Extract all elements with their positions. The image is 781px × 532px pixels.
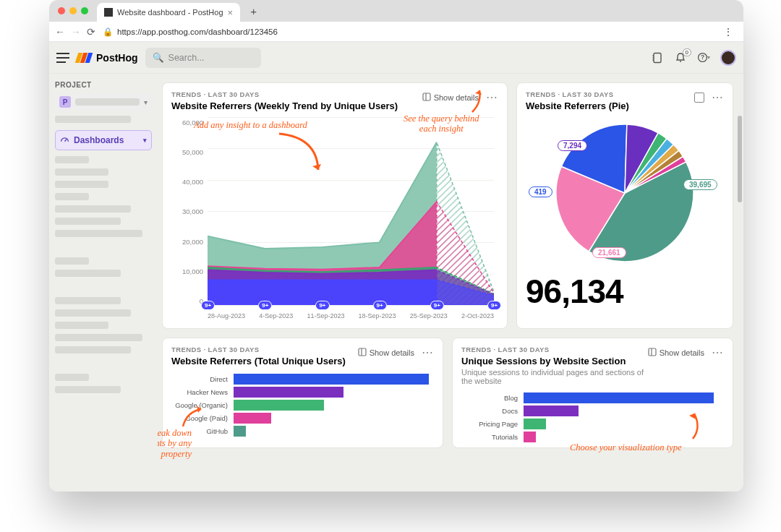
sidebar-item[interactable] [55, 346, 131, 353]
search-input[interactable]: 🔍 Search... [145, 48, 261, 68]
chevron-down-icon: ▾ [144, 98, 148, 106]
sidebar-expand-icon [358, 348, 367, 358]
pie-chart[interactable]: 39,69521,6614197,294 [526, 117, 724, 269]
show-details-label: Show details [434, 93, 479, 102]
tab-title: Website dashboard - PostHog [117, 8, 223, 17]
bar-chart[interactable]: DirectHacker NewsGoogle (Organic)Google … [171, 374, 434, 437]
sidebar-item-dashboards[interactable]: Dashboards ▾ [55, 130, 152, 150]
new-tab-icon[interactable]: + [250, 5, 257, 17]
search-icon: 🔍 [153, 52, 164, 63]
project-selector[interactable]: P ▾ [55, 93, 152, 111]
card-title: Unique Sessions by Website Section [461, 356, 648, 366]
notebook-icon[interactable] [651, 51, 664, 64]
sidebar-item[interactable] [55, 156, 89, 163]
project-badge: P [59, 96, 71, 108]
gauge-icon [60, 134, 69, 146]
more-icon[interactable]: ⋯ [712, 346, 724, 359]
sidebar-item[interactable] [55, 257, 89, 265]
sidebar-item[interactable] [55, 322, 108, 329]
sidebar-item[interactable] [55, 334, 142, 341]
card-title: Website Referrers (Weekly Trend by Uniqu… [171, 100, 422, 111]
card-crumb: TRENDS · LAST 30 DAYS [171, 90, 422, 98]
brand-logo-icon [77, 53, 92, 63]
lock-icon: 🔒 [103, 27, 113, 37]
sidebar-item[interactable] [55, 297, 121, 304]
sidebar-item[interactable] [55, 193, 89, 200]
sidebar-expand-icon [422, 93, 431, 103]
chevron-down-icon: ▾ [143, 137, 147, 144]
sidebar: PROJECT P ▾ Dashboards ▾ [49, 74, 158, 492]
sidebar-item[interactable] [55, 374, 89, 381]
tab-close-icon[interactable]: × [228, 7, 234, 18]
sidebar-item-label: Dashboards [74, 135, 124, 145]
card-crumb: TRENDS · LAST 30 DAYS [171, 346, 358, 353]
url-text: https://app.posthog.com/dashboard/123456 [117, 27, 278, 36]
card-subtitle: Unique sessions to individual pages and … [461, 368, 648, 385]
sidebar-item[interactable] [55, 116, 131, 123]
browser-tab[interactable]: Website dashboard - PostHog × [97, 3, 240, 22]
card-crumb: TRENDS · LAST 30 DAYS [526, 90, 694, 98]
svg-text:?: ? [701, 53, 704, 61]
help-icon[interactable]: ? ▾ [697, 51, 710, 64]
scrollbar-thumb[interactable] [738, 116, 742, 202]
close-window-icon[interactable] [58, 7, 65, 14]
sidebar-item[interactable] [55, 270, 121, 277]
card-title: Website Referrers (Pie) [526, 100, 694, 111]
brand-name: PostHog [96, 52, 138, 64]
svg-rect-0 [104, 8, 113, 17]
show-details-label: Show details [660, 348, 704, 357]
card-crumb: TRENDS · LAST 30 DAYS [461, 346, 648, 353]
sidebar-item[interactable] [55, 181, 108, 188]
browser-menu-icon[interactable]: ⋮ [723, 26, 738, 38]
maximize-window-icon[interactable] [81, 7, 88, 14]
browser-chrome: Website dashboard - PostHog × + ← → ⟳ 🔒 … [49, 0, 743, 42]
more-icon[interactable]: ⋯ [486, 90, 498, 104]
sidebar-item[interactable] [55, 218, 121, 225]
tab-favicon-icon [104, 8, 113, 17]
card-pie-chart: TRENDS · LAST 30 DAYS Website Referrers … [516, 82, 733, 329]
avatar[interactable] [720, 50, 736, 66]
sidebar-item[interactable] [55, 309, 131, 317]
address-bar[interactable]: 🔒 https://app.posthog.com/dashboard/1234… [103, 27, 278, 37]
brand[interactable]: PostHog [77, 52, 138, 64]
card-sessions-bar: TRENDS · LAST 30 DAYS Unique Sessions by… [452, 338, 733, 448]
window-controls[interactable] [58, 7, 88, 14]
svg-rect-1 [654, 53, 661, 62]
chevron-down-icon: ▾ [707, 54, 710, 61]
reload-icon[interactable]: ⟳ [87, 26, 95, 38]
sidebar-item[interactable] [55, 230, 142, 237]
sidebar-item[interactable] [55, 168, 108, 176]
notif-badge: 0 [683, 48, 691, 56]
area-chart[interactable]: 60,00050,00040,00030,00020,00010,0000 9+… [171, 117, 498, 319]
svg-line-8 [65, 140, 67, 142]
forward-icon[interactable]: → [71, 26, 81, 38]
sidebar-expand-icon [648, 348, 657, 358]
show-details-button[interactable]: Show details [358, 348, 414, 358]
sidebar-item[interactable] [55, 386, 121, 393]
expand-icon[interactable] [694, 93, 704, 103]
card-area-chart: TRENDS · LAST 30 DAYS Website Referrers … [162, 82, 508, 329]
bar-chart[interactable]: BlogDocsPricing PageTutorials [461, 392, 724, 442]
svg-rect-15 [359, 348, 366, 356]
card-title: Website Referrers (Total Unique Users) [171, 356, 358, 366]
app-header: PostHog 🔍 Search... 0 ? ▾ [49, 42, 743, 74]
more-icon[interactable]: ⋯ [712, 90, 724, 104]
main: TRENDS · LAST 30 DAYS Website Referrers … [158, 74, 743, 492]
minimize-window-icon[interactable] [69, 7, 77, 14]
sidebar-toggle-icon[interactable] [56, 53, 69, 63]
svg-rect-9 [423, 93, 430, 100]
show-details-button[interactable]: Show details [422, 93, 479, 103]
sidebar-item[interactable] [55, 205, 131, 213]
svg-rect-17 [649, 348, 656, 356]
back-icon[interactable]: ← [55, 26, 65, 38]
show-details-button[interactable]: Show details [648, 348, 704, 358]
search-placeholder: Search... [168, 53, 205, 63]
placeholder-icon [75, 98, 140, 106]
show-details-label: Show details [370, 348, 414, 357]
more-icon[interactable]: ⋯ [422, 346, 434, 359]
sidebar-section-label: PROJECT [55, 81, 152, 89]
card-referrers-bar: TRENDS · LAST 30 DAYS Website Referrers … [162, 338, 443, 448]
bell-icon[interactable]: 0 [674, 51, 687, 64]
pie-total: 96,134 [526, 272, 724, 311]
